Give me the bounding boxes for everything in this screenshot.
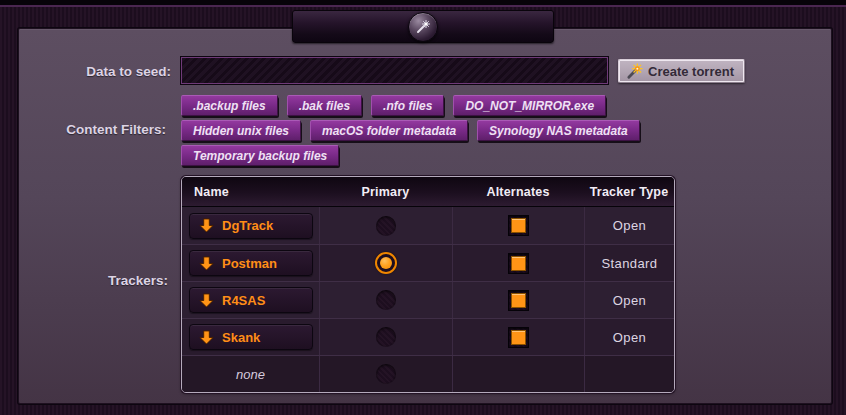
- tracker-type: Open: [613, 330, 646, 345]
- tracker-row: SkankOpen: [182, 318, 674, 355]
- content-filter-chip[interactable]: Temporary backup files: [181, 145, 339, 166]
- trackers-label: Trackers:: [20, 273, 168, 288]
- tracker-row: none: [182, 355, 674, 392]
- magic-wand-sphere-icon: [408, 12, 438, 42]
- primary-cell: [319, 356, 452, 392]
- tracker-type-cell: Open: [584, 319, 674, 355]
- tracker-type: Open: [613, 293, 646, 308]
- tracker-link-button[interactable]: DgTrack: [189, 213, 313, 239]
- tracker-table: NamePrimaryAlternatesTracker Type DgTrac…: [181, 176, 675, 393]
- alternates-cell: [452, 207, 584, 244]
- alternates-checkbox[interactable]: [508, 215, 529, 236]
- primary-radio[interactable]: [375, 252, 397, 274]
- magic-wand-icon: [626, 63, 643, 80]
- tracker-table-body: DgTrackOpenPostmanStandardR4SASOpenSkank…: [182, 207, 674, 392]
- tracker-link-button[interactable]: Skank: [189, 324, 313, 350]
- download-arrow-icon: [199, 330, 214, 345]
- content-filter-chip[interactable]: macOS folder metadata: [310, 120, 468, 141]
- tracker-type-cell: [584, 356, 674, 392]
- filter-chip-row: .backup files.bak files.nfo filesDO_NOT_…: [181, 95, 643, 116]
- primary-radio[interactable]: [376, 327, 396, 347]
- section-collapse-tab[interactable]: [292, 10, 554, 43]
- tracker-row: R4SASOpen: [182, 281, 674, 318]
- download-arrow-icon: [199, 218, 214, 233]
- create-torrent-label: Create torrent: [648, 64, 734, 79]
- tracker-name: R4SAS: [222, 293, 265, 308]
- wand-glyph: [415, 19, 431, 35]
- column-header: Primary: [319, 177, 452, 206]
- column-header: Tracker Type: [584, 177, 674, 206]
- content-filters-label: Content Filters:: [18, 122, 166, 137]
- tracker-row: PostmanStandard: [182, 244, 674, 281]
- tracker-type: Standard: [602, 256, 658, 271]
- primary-cell: [319, 282, 452, 318]
- data-to-seed-label: Data to seed:: [20, 64, 171, 79]
- filter-chip-row: Hidden unix filesmacOS folder metadataSy…: [181, 120, 643, 141]
- column-header: Name: [182, 177, 319, 206]
- i2psnark-create-torrent-page: { "section_header": { "icon": "magic-wan…: [0, 0, 846, 415]
- tracker-link-button[interactable]: Postman: [189, 250, 313, 276]
- create-torrent-button[interactable]: Create torrent: [618, 59, 745, 83]
- download-arrow-icon: [199, 256, 214, 271]
- content-filter-chip[interactable]: DO_NOT_MIRROR.exe: [453, 95, 606, 116]
- name-cell: Postman: [182, 245, 319, 281]
- alternates-checkbox[interactable]: [508, 327, 529, 348]
- alternates-checkbox[interactable]: [508, 290, 529, 311]
- filter-chips: .backup files.bak files.nfo filesDO_NOT_…: [181, 95, 643, 166]
- name-cell: none: [182, 356, 319, 392]
- name-cell: Skank: [182, 319, 319, 355]
- tracker-table-header: NamePrimaryAlternatesTracker Type: [182, 177, 674, 207]
- content-filter-chip[interactable]: Hidden unix files: [181, 120, 301, 141]
- primary-radio[interactable]: [376, 364, 396, 384]
- primary-cell: [319, 319, 452, 355]
- top-purple-rule: [0, 5, 846, 7]
- alternates-checkbox[interactable]: [508, 253, 529, 274]
- tracker-name: Skank: [222, 330, 260, 345]
- none-label: none: [236, 367, 265, 382]
- primary-cell: [319, 207, 452, 244]
- tracker-name: DgTrack: [222, 218, 273, 233]
- content-filter-chip[interactable]: .backup files: [181, 95, 278, 116]
- content-filter-chip[interactable]: .bak files: [287, 95, 362, 116]
- tracker-type-cell: Open: [584, 282, 674, 318]
- alternates-cell: [452, 245, 584, 281]
- primary-radio[interactable]: [376, 290, 396, 310]
- download-arrow-icon: [199, 293, 214, 308]
- tracker-type: Open: [613, 218, 646, 233]
- column-header: Alternates: [452, 177, 584, 206]
- alternates-cell: [452, 356, 584, 392]
- tracker-row: DgTrackOpen: [182, 207, 674, 244]
- primary-radio[interactable]: [376, 216, 396, 236]
- tracker-name: Postman: [222, 256, 277, 271]
- filter-chip-row: Temporary backup files: [181, 145, 643, 166]
- tracker-type-cell: Open: [584, 207, 674, 244]
- tracker-link-button[interactable]: R4SAS: [189, 287, 313, 313]
- content-filter-chip[interactable]: Synology NAS metadata: [477, 120, 640, 141]
- content-filter-chip[interactable]: .nfo files: [371, 95, 444, 116]
- alternates-cell: [452, 282, 584, 318]
- tracker-type-cell: Standard: [584, 245, 674, 281]
- primary-cell: [319, 245, 452, 281]
- name-cell: DgTrack: [182, 207, 319, 244]
- data-to-seed-input[interactable]: [181, 57, 608, 84]
- name-cell: R4SAS: [182, 282, 319, 318]
- alternates-cell: [452, 319, 584, 355]
